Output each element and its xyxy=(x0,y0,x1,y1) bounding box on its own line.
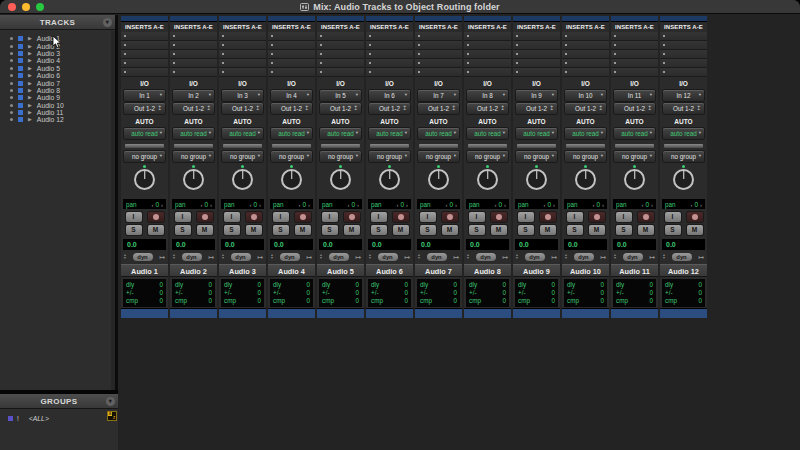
insert-slot-b[interactable] xyxy=(268,41,315,50)
automation-mode-selector[interactable]: auto read ▾ xyxy=(516,128,557,139)
insert-slot-c[interactable] xyxy=(513,50,560,59)
insert-slot-b[interactable] xyxy=(464,41,511,50)
track-list-name[interactable]: Audio 6 xyxy=(37,72,60,79)
pan-value[interactable]: ‹0› xyxy=(298,201,310,208)
track-list-name[interactable]: Audio 7 xyxy=(37,80,60,87)
track-list-name[interactable]: Audio 9 xyxy=(37,94,60,101)
insert-slot-a[interactable] xyxy=(317,32,364,41)
track-list-item[interactable]: ▶ Audio 11 xyxy=(0,109,115,116)
dyn-button[interactable]: dyn xyxy=(280,253,300,261)
insert-slot-d[interactable] xyxy=(268,59,315,68)
mute-button[interactable]: M xyxy=(295,225,311,235)
fader-view-icon[interactable]: ↦ xyxy=(404,254,410,261)
record-enable-button[interactable] xyxy=(442,212,458,222)
input-monitor-button[interactable]: I xyxy=(371,212,387,222)
output-selector[interactable]: Out 1-2 ↥ xyxy=(418,103,459,114)
mute-button[interactable]: M xyxy=(197,225,213,235)
group-selector[interactable]: no group ▾ xyxy=(565,151,606,162)
pan-knob[interactable] xyxy=(428,169,449,190)
track-name[interactable]: Audio 4 xyxy=(268,264,315,277)
pan-knob[interactable] xyxy=(379,169,400,190)
track-list-name[interactable]: Audio 4 xyxy=(37,57,60,64)
track-name[interactable]: Audio 3 xyxy=(219,264,266,277)
fader-view-icon[interactable]: ↦ xyxy=(600,254,606,261)
volume-display[interactable]: 0.0 xyxy=(123,239,166,250)
input-selector[interactable]: In 7 ▾ xyxy=(418,90,459,101)
group-name[interactable]: <ALL> xyxy=(29,415,49,422)
track-color-swatch[interactable] xyxy=(18,73,23,78)
insert-slot-d[interactable] xyxy=(219,59,266,68)
input-selector[interactable]: In 9 ▾ xyxy=(516,90,557,101)
pan-knob[interactable] xyxy=(134,169,155,190)
keyboard-focus-button[interactable]: a z xyxy=(107,411,117,421)
record-enable-button[interactable] xyxy=(491,212,507,222)
track-name[interactable]: Audio 12 xyxy=(660,264,707,277)
insert-slot-d[interactable] xyxy=(513,59,560,68)
automation-mode-selector[interactable]: auto read ▾ xyxy=(467,128,508,139)
track-list-name[interactable]: Audio 12 xyxy=(37,116,64,123)
insert-slot-b[interactable] xyxy=(121,41,168,50)
fader-view-icon[interactable]: ↦ xyxy=(698,254,704,261)
track-height-spinner[interactable]: ▴▾ xyxy=(614,254,616,261)
solo-button[interactable]: S xyxy=(518,225,534,235)
group-selector[interactable]: no group ▾ xyxy=(418,151,459,162)
input-monitor-button[interactable]: I xyxy=(224,212,240,222)
dyn-button[interactable]: dyn xyxy=(182,253,202,261)
insert-slot-a[interactable] xyxy=(415,32,462,41)
record-enable-button[interactable] xyxy=(246,212,262,222)
automation-mode-selector[interactable]: auto read ▾ xyxy=(320,128,361,139)
mute-button[interactable]: M xyxy=(148,225,164,235)
automation-mode-selector[interactable]: auto read ▾ xyxy=(663,128,704,139)
track-color-swatch[interactable] xyxy=(18,66,23,71)
solo-button[interactable]: S xyxy=(322,225,338,235)
automation-mode-selector[interactable]: auto read ▾ xyxy=(271,128,312,139)
dyn-button[interactable]: dyn xyxy=(231,253,251,261)
volume-display[interactable]: 0.0 xyxy=(564,239,607,250)
input-selector[interactable]: In 8 ▾ xyxy=(467,90,508,101)
solo-button[interactable]: S xyxy=(126,225,142,235)
insert-slot-b[interactable] xyxy=(415,41,462,50)
insert-slot-a[interactable] xyxy=(366,32,413,41)
title-bar[interactable]: Mix: Audio Tracks to Object Routing fold… xyxy=(0,0,800,14)
track-list-item[interactable]: ▶ Audio 10 xyxy=(0,102,115,109)
group-list-item[interactable]: ! <ALL> xyxy=(0,413,118,423)
output-selector[interactable]: Out 1-2 ↥ xyxy=(222,103,263,114)
pan-knob[interactable] xyxy=(281,169,302,190)
fader-view-icon[interactable]: ↦ xyxy=(208,254,214,261)
track-color-swatch[interactable] xyxy=(18,95,23,100)
group-selector[interactable]: no group ▾ xyxy=(614,151,655,162)
track-height-spinner[interactable]: ▴▾ xyxy=(516,254,518,261)
pan-value[interactable]: ‹0› xyxy=(347,201,359,208)
record-enable-button[interactable] xyxy=(393,212,409,222)
pan-value[interactable]: ‹0› xyxy=(690,201,702,208)
insert-slot-b[interactable] xyxy=(170,41,217,50)
insert-slot-e[interactable] xyxy=(611,68,658,77)
insert-slot-d[interactable] xyxy=(660,59,707,68)
solo-button[interactable]: S xyxy=(469,225,485,235)
record-enable-button[interactable] xyxy=(148,212,164,222)
output-selector[interactable]: Out 1-2 ↥ xyxy=(271,103,312,114)
group-selector[interactable]: no group ▾ xyxy=(271,151,312,162)
mute-button[interactable]: M xyxy=(540,225,556,235)
insert-slot-a[interactable] xyxy=(121,32,168,41)
insert-slot-a[interactable] xyxy=(562,32,609,41)
track-list-item[interactable]: ▶ Audio 5 xyxy=(0,65,115,72)
dyn-button[interactable]: dyn xyxy=(476,253,496,261)
input-monitor-button[interactable]: I xyxy=(420,212,436,222)
volume-display[interactable]: 0.0 xyxy=(466,239,509,250)
input-monitor-button[interactable]: I xyxy=(665,212,681,222)
insert-slot-c[interactable] xyxy=(415,50,462,59)
dyn-button[interactable]: dyn xyxy=(427,253,447,261)
pan-knob[interactable] xyxy=(183,169,204,190)
output-selector[interactable]: Out 1-2 ↥ xyxy=(173,103,214,114)
solo-button[interactable]: S xyxy=(175,225,191,235)
insert-slot-b[interactable] xyxy=(611,41,658,50)
group-selector[interactable]: no group ▾ xyxy=(467,151,508,162)
input-monitor-button[interactable]: I xyxy=(518,212,534,222)
group-selector[interactable]: no group ▾ xyxy=(124,151,165,162)
pan-value[interactable]: ‹0› xyxy=(494,201,506,208)
insert-slot-b[interactable] xyxy=(562,41,609,50)
automation-mode-selector[interactable]: auto read ▾ xyxy=(124,128,165,139)
track-name[interactable]: Audio 6 xyxy=(366,264,413,277)
volume-display[interactable]: 0.0 xyxy=(613,239,656,250)
